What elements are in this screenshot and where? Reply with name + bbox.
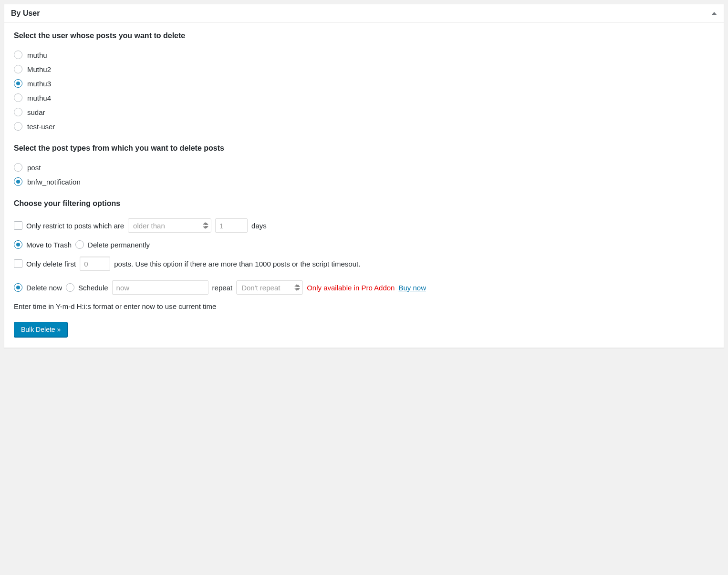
delete-permanently-radio[interactable] <box>75 240 84 249</box>
user-radio-muthu3[interactable] <box>14 79 22 88</box>
user-radio-test-user[interactable] <box>14 122 22 131</box>
delete-now-label[interactable]: Delete now <box>26 284 62 292</box>
collapse-icon[interactable] <box>711 12 717 15</box>
metabox-body: Select the user whose posts you want to … <box>4 23 724 348</box>
limit-filter-row: Only delete first posts. Use this option… <box>14 257 714 271</box>
user-radio-muthu[interactable] <box>14 51 22 59</box>
repeat-label: repeat <box>212 284 233 292</box>
schedule-label[interactable]: Schedule <box>78 284 108 292</box>
bulk-delete-button[interactable]: Bulk Delete » <box>14 322 68 337</box>
user-radio-row: sudar <box>14 108 714 116</box>
user-radio-list: muthu Muthu2 muthu3 muthu4 sudar test-us… <box>14 51 714 131</box>
delete-now-radio[interactable] <box>14 283 22 292</box>
only-delete-first-checkbox[interactable] <box>14 259 22 268</box>
buy-now-link[interactable]: Buy now <box>398 284 426 292</box>
user-label[interactable]: muthu3 <box>27 80 51 88</box>
metabox-header[interactable]: By User <box>4 4 724 23</box>
move-trash-label[interactable]: Move to Trash <box>26 241 72 249</box>
post-type-label[interactable]: post <box>27 164 41 172</box>
user-label[interactable]: test-user <box>27 123 55 131</box>
time-format-hint: Enter time in Y-m-d H:i:s format or ente… <box>14 302 714 310</box>
post-type-label[interactable]: bnfw_notification <box>27 178 81 186</box>
by-user-metabox: By User Select the user whose posts you … <box>4 4 724 348</box>
only-delete-first-input[interactable] <box>80 257 110 271</box>
filtering-heading: Choose your filtering options <box>14 199 714 208</box>
schedule-radio[interactable] <box>66 283 74 292</box>
user-radio-row: muthu <box>14 51 714 59</box>
restrict-days-input[interactable] <box>215 218 248 233</box>
restrict-select-wrapper: older than <box>128 218 211 233</box>
panel-title: By User <box>11 9 40 18</box>
select-post-types-heading: Select the post types from which you wan… <box>14 144 714 153</box>
post-type-radio-row: bnfw_notification <box>14 177 714 186</box>
user-radio-row: Muthu2 <box>14 65 714 73</box>
user-label[interactable]: Muthu2 <box>27 65 51 73</box>
restrict-filter-row: Only restrict to posts which are older t… <box>14 218 714 233</box>
post-type-radio-list: post bnfw_notification <box>14 163 714 186</box>
restrict-select[interactable]: older than <box>128 218 211 233</box>
user-radio-sudar[interactable] <box>14 108 22 116</box>
user-label[interactable]: muthu4 <box>27 94 51 102</box>
pro-addon-text: Only available in Pro Addon <box>307 284 395 292</box>
restrict-checkbox[interactable] <box>14 221 22 230</box>
restrict-label[interactable]: Only restrict to posts which are <box>26 222 124 230</box>
repeat-select-wrapper: Don't repeat <box>236 280 303 295</box>
post-type-radio-row: post <box>14 163 714 172</box>
user-label[interactable]: muthu <box>27 51 47 59</box>
user-label[interactable]: sudar <box>27 108 45 116</box>
post-type-radio-post[interactable] <box>14 163 22 172</box>
move-trash-radio[interactable] <box>14 240 22 249</box>
delete-permanently-label[interactable]: Delete permanently <box>88 241 150 249</box>
user-radio-row: muthu4 <box>14 93 714 102</box>
user-radio-muthu2[interactable] <box>14 65 22 73</box>
trash-filter-row: Move to Trash Delete permanently <box>14 240 714 249</box>
user-radio-row: test-user <box>14 122 714 131</box>
schedule-filter-row: Delete now Schedule repeat Don't repeat … <box>14 280 714 295</box>
repeat-select[interactable]: Don't repeat <box>236 280 303 295</box>
post-type-radio-bnfw[interactable] <box>14 177 22 186</box>
only-delete-first-label[interactable]: Only delete first <box>26 260 76 268</box>
user-radio-row: muthu3 <box>14 79 714 88</box>
select-user-heading: Select the user whose posts you want to … <box>14 31 714 40</box>
user-radio-muthu4[interactable] <box>14 93 22 102</box>
restrict-days-suffix: days <box>251 222 267 230</box>
only-delete-first-suffix: posts. Use this option if there are more… <box>114 260 360 268</box>
schedule-time-input[interactable] <box>112 280 208 295</box>
